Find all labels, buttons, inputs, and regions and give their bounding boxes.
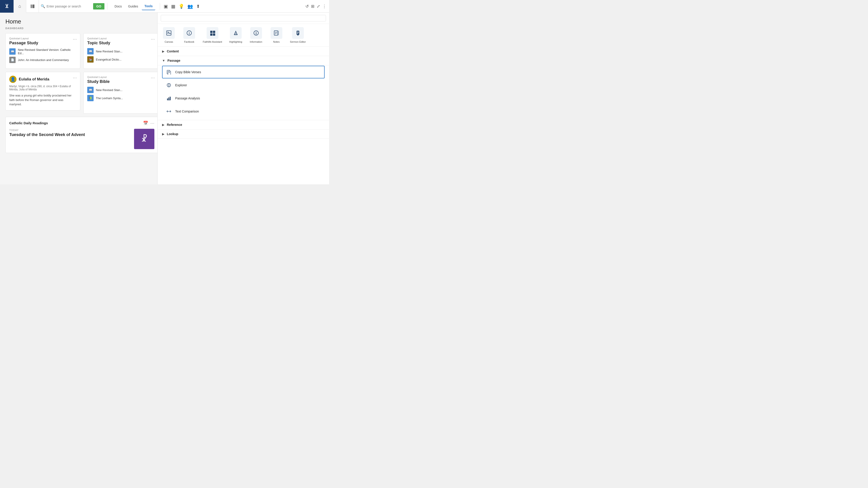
person-card-more[interactable]: ⋯ — [73, 75, 77, 80]
toolbar-icon-grid[interactable]: ▦ — [171, 4, 176, 9]
tool-canvas[interactable]: Canvas — [162, 27, 176, 43]
refresh-icon[interactable]: ↺ — [305, 4, 309, 9]
svg-rect-2 — [33, 4, 34, 8]
svg-rect-27 — [167, 98, 168, 100]
library-button[interactable] — [26, 0, 39, 13]
passage-study-title: Passage Study — [9, 41, 76, 45]
readings-card: Catholic Daily Readings 📅 ⋯ TODAY Tuesda… — [5, 117, 158, 153]
passage-analysis-item[interactable]: Passage Analysis — [162, 92, 324, 105]
factbook-label: Factbook — [184, 40, 194, 43]
lookup-section-header[interactable]: ▶ Lookup — [158, 129, 329, 139]
library-icon — [30, 4, 35, 9]
svg-rect-10 — [234, 34, 238, 35]
study-bible-more[interactable]: ⋯ — [151, 75, 155, 80]
lookup-section-title: Lookup — [167, 132, 178, 136]
study-bible-card: Quickstart Layout Study Bible ⋯ 📖 New Re… — [84, 72, 158, 113]
tools-icons-row: Canvas Factbook — [158, 24, 329, 47]
toolbar-icon-people[interactable]: 👥 — [187, 4, 193, 9]
text-comparison-item[interactable]: Text Comparison — [162, 105, 324, 118]
person-avatar: 👤 — [9, 76, 17, 83]
canvas-label: Canvas — [164, 40, 173, 43]
nav-guides[interactable]: Guides — [125, 3, 141, 10]
reading-today-label: TODAY — [9, 129, 130, 131]
readings-more-icon[interactable]: ⋯ — [150, 121, 154, 126]
sermon-editor-label: Sermon Editor — [290, 40, 306, 43]
expand-icon[interactable]: ⤢ — [317, 4, 320, 9]
topic-study-item-text-0: New Revised Stan... — [96, 50, 123, 53]
explorer-item[interactable]: Explorer — [162, 79, 324, 92]
svg-rect-21 — [297, 33, 298, 34]
copy-bible-verses-label: Copy Bible Verses — [175, 70, 201, 74]
search-icon: 🔍 — [41, 4, 45, 8]
nav-docs[interactable]: Docs — [112, 3, 125, 10]
tools-panel: Canvas Factbook — [157, 13, 329, 184]
nav-tools[interactable]: Tools — [142, 2, 155, 10]
readings-title: Catholic Daily Readings — [9, 121, 48, 125]
passage-study-more[interactable]: ⋯ — [73, 37, 77, 41]
middle-cards-grid: ⋯ 👤 Eulalia of Merida Martyr, Virgin • b… — [5, 72, 158, 113]
app-logo: ⊻ — [5, 3, 8, 9]
nav-separator-2 — [160, 3, 160, 10]
notes-label: Notes — [273, 40, 280, 43]
nav-separator — [107, 3, 107, 10]
faithlife-assistant-label: Faithlife Assistant — [203, 40, 222, 43]
study-bible-item-0[interactable]: 📖 New Revised Stan... — [87, 87, 154, 93]
tool-highlighting[interactable]: Highlighting — [229, 27, 243, 43]
topic-study-item-icon-0: 📖 — [87, 48, 94, 55]
reading-content: TODAY Tuesday of the Second Week of Adve… — [9, 129, 154, 149]
readings-header: Catholic Daily Readings 📅 ⋯ — [9, 121, 154, 126]
passage-study-item-1[interactable]: 📄 John: An Introduction and Commentary — [9, 57, 76, 63]
cards-grid: Quickstart Layout Passage Study ⋯ 📖 New … — [5, 33, 158, 69]
nav-links: Docs Guides Tools — [108, 2, 159, 10]
reference-section-header[interactable]: ▶ Reference — [158, 120, 329, 129]
svg-rect-28 — [168, 98, 169, 100]
svg-rect-7 — [213, 31, 215, 33]
sermon-editor-icon — [292, 27, 304, 39]
toolbar-icon-book[interactable]: ▣ — [164, 4, 168, 9]
toolbar-icons: ▣ ▦ 💡 👥 ⬆ — [161, 4, 203, 9]
home-button[interactable]: ⌂ — [13, 0, 26, 13]
passage-section-header[interactable]: ▼ Passage — [158, 56, 329, 65]
passage-analysis-icon — [165, 95, 173, 102]
layout-icon[interactable]: ⊞ — [311, 4, 314, 9]
person-card: ⋯ 👤 Eulalia of Merida Martyr, Virgin • b… — [5, 72, 80, 110]
more-icon[interactable]: ⋮ — [322, 4, 327, 9]
passage-study-item-0[interactable]: 📖 New Revised Standard Version: Catholic… — [9, 48, 76, 55]
factbook-icon — [183, 27, 195, 39]
readings-calendar-icon[interactable]: 📅 — [143, 121, 148, 126]
copy-bible-verses-icon — [165, 68, 173, 76]
tool-sermon-editor[interactable]: Sermon Editor — [290, 27, 306, 43]
toolbar-icon-bulb[interactable]: 💡 — [179, 4, 184, 9]
tool-faithlife-assistant[interactable]: Faithlife Assistant — [203, 27, 222, 43]
advent-badge: ☧ — [134, 129, 154, 149]
faithlife-assistant-icon — [207, 27, 218, 39]
svg-rect-6 — [210, 31, 213, 33]
topic-study-item-0[interactable]: 📖 New Revised Stan... — [87, 48, 154, 55]
search-input[interactable] — [46, 4, 92, 8]
content-section-header[interactable]: ▶ Content — [158, 47, 329, 56]
tool-notes[interactable]: Notes — [270, 27, 283, 43]
logo-area[interactable]: ⊻ — [0, 0, 13, 13]
topic-study-card: Quickstart Layout Topic Study ⋯ 📖 New Re… — [84, 33, 158, 69]
reference-chevron-icon: ▶ — [162, 123, 164, 127]
information-icon — [250, 27, 262, 39]
topic-study-item-1[interactable]: 📚 Evangelical Dictio... — [87, 56, 154, 63]
notes-icon — [271, 27, 282, 39]
svg-point-4 — [167, 32, 168, 33]
advent-symbol: ☧ — [141, 134, 147, 144]
svg-rect-0 — [31, 4, 31, 8]
study-bible-item-1[interactable]: 📗 The Lexham Synta... — [87, 95, 154, 101]
topic-study-more[interactable]: ⋯ — [151, 37, 155, 41]
toolbar-icon-upload[interactable]: ⬆ — [196, 4, 200, 9]
tools-search-input[interactable] — [161, 15, 326, 22]
study-bible-title: Study Bible — [87, 79, 154, 84]
tool-factbook[interactable]: Factbook — [182, 27, 196, 43]
svg-rect-1 — [32, 4, 33, 8]
copy-bible-verses-item[interactable]: Copy Bible Verses — [162, 66, 324, 78]
reference-section-title: Reference — [167, 123, 182, 127]
go-button[interactable]: GO — [93, 3, 104, 9]
tool-information[interactable]: Information — [249, 27, 263, 43]
panel-bottom: 7% — [158, 139, 329, 184]
reading-text-area: TODAY Tuesday of the Second Week of Adve… — [9, 129, 130, 137]
lookup-chevron-icon: ▶ — [162, 132, 164, 136]
